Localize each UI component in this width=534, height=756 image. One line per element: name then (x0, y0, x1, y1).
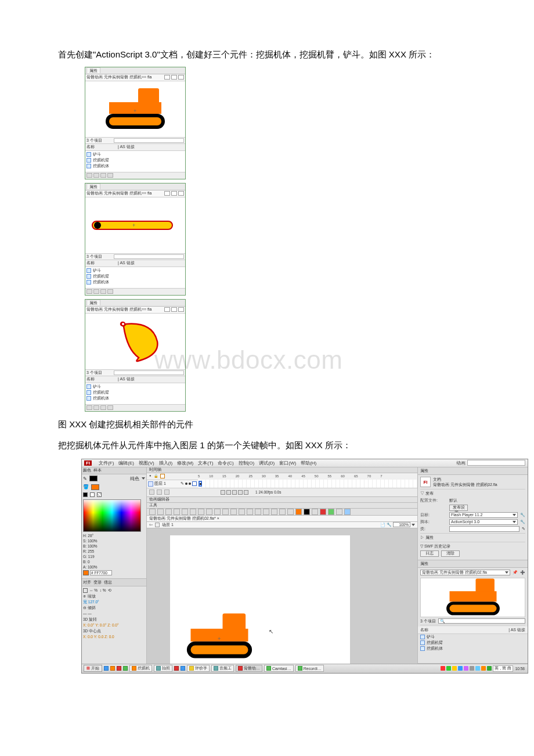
list-item[interactable]: 挖掘机体 (420, 646, 525, 651)
menu-command[interactable]: 命令(C) (218, 460, 233, 466)
quicklaunch-icon[interactable] (110, 666, 115, 671)
back-icon[interactable]: ⇦ (149, 523, 153, 527)
quicklaunch-icon[interactable] (104, 666, 109, 671)
menu-debug[interactable]: 调试(D) (259, 460, 275, 466)
swap-colors-icon[interactable] (312, 509, 318, 515)
list-item[interactable]: 挖掘机臂 (420, 640, 525, 646)
delete-button[interactable] (107, 405, 113, 410)
list-item[interactable]: 挖掘机臂 (86, 273, 184, 279)
lib-new-icon[interactable] (178, 191, 184, 196)
text-tool-icon[interactable] (190, 509, 196, 515)
publish-section[interactable]: 发布 (425, 491, 434, 495)
menu-view[interactable]: 视图(V) (139, 460, 154, 466)
new-lib-icon[interactable]: ➕ (520, 570, 525, 575)
eye-icon[interactable]: ● (149, 474, 151, 478)
properties-button[interactable] (100, 173, 106, 178)
hand-tool-icon[interactable] (279, 509, 286, 515)
clear-button[interactable]: 清除 (441, 550, 460, 557)
list-item[interactable]: 铲斗 (86, 152, 184, 157)
lib-col-link[interactable]: | AS 链接 (118, 376, 135, 382)
tray-icon[interactable] (464, 666, 468, 671)
list-item[interactable]: 铲斗 (86, 268, 184, 273)
lock-dot-icon[interactable] (189, 483, 191, 485)
lib-dropdown-icon[interactable] (164, 307, 170, 312)
play-button[interactable] (232, 490, 237, 495)
visible-dot-icon[interactable] (185, 483, 187, 485)
brush-tool-icon[interactable] (230, 509, 237, 515)
tray-icon[interactable] (446, 666, 451, 671)
motion-editor-tab[interactable]: 动画编辑器 (147, 497, 417, 503)
subselect-tool-icon[interactable] (157, 509, 164, 515)
properties-button[interactable] (100, 289, 106, 294)
quicklaunch-icon[interactable] (117, 666, 121, 671)
lib-dropdown-icon[interactable] (164, 75, 170, 80)
props-section[interactable]: 属性 (425, 535, 434, 539)
pen-tool-icon[interactable] (182, 509, 188, 515)
lib-pin-icon[interactable] (171, 191, 177, 196)
pencil-tool-icon[interactable] (222, 509, 229, 515)
default-icon[interactable] (90, 492, 95, 497)
step-fwd-button[interactable] (238, 490, 243, 495)
step-back-button[interactable] (226, 490, 231, 495)
lib-search-input[interactable] (114, 370, 184, 375)
lib-pin-icon[interactable] (171, 307, 177, 312)
lib-pin-icon[interactable] (171, 75, 177, 80)
wrench-icon[interactable]: 🔧 (520, 513, 525, 517)
taskbar-clock[interactable]: 10:58 (514, 667, 526, 671)
bone-tool-icon[interactable] (247, 509, 253, 515)
list-item[interactable]: 挖掘机体 (86, 279, 184, 285)
wrench-icon[interactable]: 🔧 (520, 520, 525, 524)
tray-icon[interactable] (458, 666, 463, 671)
publish-settings-button[interactable]: 发布设置… (449, 505, 468, 511)
stroke-swatch[interactable] (89, 476, 98, 481)
info-tab[interactable]: 信息 (104, 579, 112, 585)
r-lib-file-select[interactable]: 骨骼动画 元件实例骨骼 挖掘机02.fla (420, 570, 510, 575)
color-tab[interactable]: 颜色 (83, 467, 91, 473)
keyframe-1[interactable] (199, 481, 202, 487)
new-folder-button[interactable] (157, 489, 162, 495)
layer-1-name[interactable]: 图层 1 (154, 481, 166, 487)
lock-icon[interactable]: 🔒 (154, 474, 158, 478)
new-symbol-button[interactable] (86, 173, 92, 178)
edit-scene-icon[interactable]: 📄 (380, 523, 385, 527)
tray-icon[interactable] (441, 666, 445, 671)
align-tab[interactable]: 对齐 (83, 579, 91, 585)
lib-col-name[interactable]: 名称 (86, 376, 95, 382)
deco-tool-icon[interactable] (239, 509, 245, 515)
r-library-tab[interactable]: 属性 (418, 560, 528, 568)
option2-icon[interactable] (336, 509, 342, 515)
list-item[interactable]: 铲斗 (420, 634, 525, 640)
delete-button[interactable] (107, 173, 113, 178)
menu-edit[interactable]: 编辑(E) (118, 460, 134, 466)
ffwd-button[interactable] (244, 490, 248, 495)
eraser-tool-icon[interactable] (271, 509, 277, 515)
lib-col-link[interactable]: | AS 链接 (118, 260, 135, 266)
taskbar-item[interactable]: Camtasi… (264, 665, 294, 672)
document-tab[interactable]: 骨骼动画 元件实例骨骼 挖掘机02.fla* × (147, 516, 417, 522)
lib-dropdown-icon[interactable] (164, 191, 170, 196)
list-item[interactable]: 挖掘机体 (86, 395, 184, 401)
lib-tab[interactable]: 属性 (86, 183, 100, 189)
list-item[interactable]: 挖掘机体 (86, 163, 184, 169)
help-search-input[interactable] (467, 460, 525, 466)
lib-tab[interactable]: 属性 (86, 67, 100, 73)
swf-history-section[interactable]: SWF 历史记录 (424, 544, 451, 548)
new-layer-button[interactable] (149, 489, 154, 495)
zoom-input[interactable]: 100% (393, 522, 410, 527)
hex-input[interactable]: # FF7700 (90, 570, 112, 575)
list-item[interactable]: 挖掘机臂 (86, 157, 184, 163)
option3-icon[interactable] (344, 509, 351, 515)
start-button[interactable]: ⊞开始 (84, 665, 102, 672)
menu-text[interactable]: 文本(T) (198, 460, 213, 466)
list-item[interactable]: 铲斗 (86, 384, 184, 390)
lib-col-link[interactable]: | AS 链接 (118, 144, 135, 150)
script-select[interactable]: ActionScript 3.0 (449, 519, 518, 525)
fill-color-tool[interactable] (304, 509, 310, 515)
r-lib-col-link[interactable]: | AS 链接 (508, 627, 525, 633)
scene-name[interactable]: 场景 1 (162, 522, 174, 528)
target-select[interactable]: Flash Player 11.2 (449, 512, 518, 518)
stroke-color-tool[interactable] (295, 509, 302, 515)
swatch-tab[interactable]: 样本 (93, 467, 102, 473)
bucket-tool-icon[interactable] (255, 509, 261, 515)
new-folder-button[interactable] (93, 173, 99, 178)
